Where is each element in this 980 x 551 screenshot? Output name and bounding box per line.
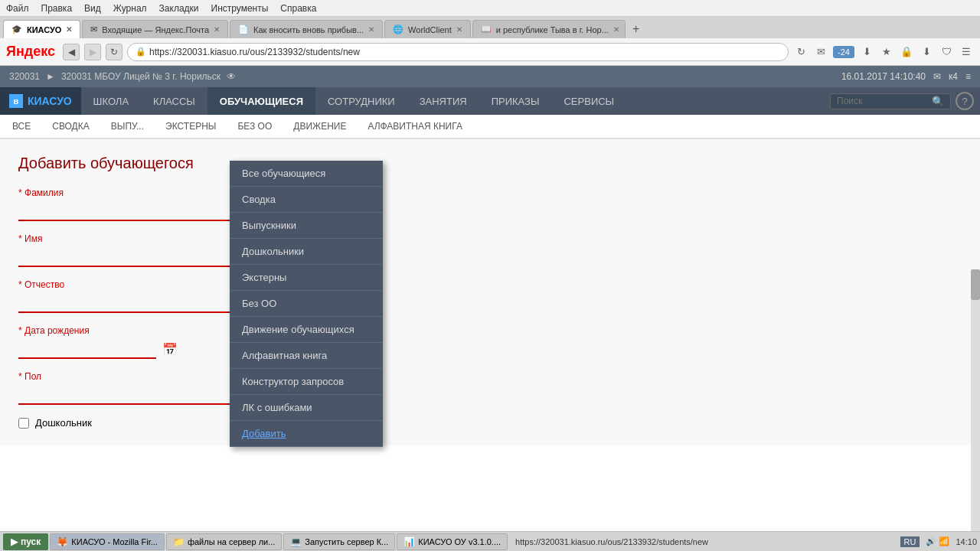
menu-tools[interactable]: Инструменты [211, 3, 269, 14]
help-button[interactable]: ? [956, 92, 974, 110]
input-name[interactable] [18, 247, 248, 267]
forward-button[interactable]: ▶ [84, 44, 101, 60]
taskbar-kiasuo-ou[interactable]: 📊 КИАСУО ОУ v3.1.0.... [397, 533, 508, 550]
mail-icon[interactable]: ✉ [813, 44, 828, 60]
dropdown-lk-errors[interactable]: ЛК с ошибками [230, 395, 383, 421]
scrollbar-thumb [971, 269, 980, 300]
taskbar-files[interactable]: 📁 файлы на сервер ли... [166, 533, 282, 550]
dropdown-constructor[interactable]: Конструктор запросов [230, 369, 383, 395]
preschool-checkbox[interactable] [18, 418, 29, 429]
weather-badge: -24 [833, 46, 854, 58]
lock2-icon[interactable]: 🔒 [899, 44, 914, 60]
tab-worldclient[interactable]: 🌐 WorldClient ✕ [384, 20, 471, 38]
menu-file[interactable]: Файл [6, 3, 29, 14]
menu-journal[interactable]: Журнал [113, 3, 147, 14]
dropdown-all-students[interactable]: Все обучающиеся [230, 161, 383, 187]
mail-notify-icon[interactable]: ✉ [933, 71, 941, 82]
tab-mail-label: Входящие — Яндекс.Почта [102, 25, 209, 34]
eye-icon[interactable]: 👁 [227, 71, 236, 82]
menu-view[interactable]: Вид [84, 3, 101, 14]
tab-republic[interactable]: 📖 и республике Тыва в г. Нор... ✕ [472, 20, 626, 38]
url-bar[interactable]: 🔒 https://320031.kiasuo.ru/ous/2133932/s… [127, 43, 789, 61]
dropdown-summary[interactable]: Сводка [230, 187, 383, 213]
input-surname[interactable] [18, 201, 248, 221]
dropdown-nooo[interactable]: Без ОО [230, 291, 383, 317]
back-button[interactable]: ◀ [63, 44, 80, 60]
subnav-movement[interactable]: ДВИЖЕНИЕ [290, 115, 349, 138]
menu-edit[interactable]: Правка [41, 3, 73, 14]
preschool-checkbox-row: Дошкольник [18, 417, 962, 429]
nav-staff[interactable]: СОТРУДНИКИ [315, 87, 407, 115]
form-area: Добавить обучающегося * Фамилия * Имя * … [0, 139, 980, 445]
tab-kiasuo-close[interactable]: ✕ [66, 25, 72, 34]
app-bar-right: 16.01.2017 14:10:40 ✉ к4 ≡ [841, 71, 971, 82]
tab-yandex-mail[interactable]: ✉ Входящие — Яндекс.Почта ✕ [82, 20, 228, 38]
dropdown-extern[interactable]: Экстерны [230, 265, 383, 291]
status-bar: ▶ пуск 🦊 КИАСУО - Mozilla Fir... 📁 файлы… [0, 531, 980, 551]
nav-classes[interactable]: КЛАССЫ [141, 87, 207, 115]
taskbar-server[interactable]: 💻 Запустить сервер К... [283, 533, 395, 550]
brand-label: КИАСУО [28, 95, 72, 107]
dropdown-graduates[interactable]: Выпускники [230, 213, 383, 239]
reload-button[interactable]: ↻ [106, 44, 122, 60]
main-nav: в КИАСУО ШКОЛА КЛАССЫ ОБУЧАЮЩИЕСЯ СОТРУД… [0, 87, 980, 115]
dropdown-add-link[interactable]: Добавить [230, 421, 383, 447]
address-bar: Яндекс ◀ ▶ ↻ 🔒 https://320031.kiasuo.ru/… [0, 38, 980, 66]
star-icon[interactable]: ★ [879, 44, 894, 60]
subnav-nooo[interactable]: БЕЗ ОО [234, 115, 275, 138]
nav-orders[interactable]: ПРИКАЗЫ [479, 87, 552, 115]
tab-world-close[interactable]: ✕ [456, 25, 462, 34]
dropdown-alphabet[interactable]: Алфавитная книга [230, 343, 383, 369]
search-input-wrap[interactable]: 🔍 [830, 93, 951, 109]
dropdown-preschool[interactable]: Дошкольники [230, 239, 383, 265]
search-input[interactable] [837, 96, 929, 106]
subnav-alphabet[interactable]: АЛФАВИТНАЯ КНИГА [364, 115, 465, 138]
taskbar-firefox[interactable]: 🦊 КИАСУО - Mozilla Fir... [50, 533, 165, 550]
subnav-graduates[interactable]: ВЫПУ... [108, 115, 147, 138]
tab-howto-close[interactable]: ✕ [368, 25, 374, 34]
dropdown-movement[interactable]: Движение обучающихся [230, 317, 383, 343]
label-name: * Имя [18, 233, 962, 244]
subnav-all[interactable]: ВСЕ [9, 115, 34, 138]
hamburger-icon[interactable]: ☰ [959, 44, 974, 60]
org-name[interactable]: 320031 МБОУ Лицей № 3 г. Норильск [61, 71, 220, 82]
preschool-label: Дошкольник [35, 417, 92, 429]
kiasuo-brand[interactable]: в КИАСУО [0, 87, 81, 115]
tab-republic-close[interactable]: ✕ [613, 25, 619, 34]
subnav-summary[interactable]: СВОДКА [49, 115, 92, 138]
tab-howto[interactable]: 📄 Как вносить вновь прибыв... ✕ [230, 20, 383, 38]
shield-icon[interactable]: 🛡 [939, 44, 954, 60]
gender-select-row: ▼ [18, 385, 248, 405]
nav-school[interactable]: ШКОЛА [81, 87, 142, 115]
menu-help[interactable]: Справка [280, 3, 316, 14]
tab-world-label: WorldClient [408, 25, 452, 34]
refresh-icon[interactable]: ↻ [793, 44, 808, 60]
calendar-icon[interactable]: 📅 [162, 342, 178, 357]
app-menu-icon[interactable]: ≡ [965, 71, 971, 82]
subnav-extern[interactable]: ЭКСТЕРНЫ [162, 115, 219, 138]
tab-howto-icon: 📄 [238, 24, 249, 34]
download-icon[interactable]: ⬇ [859, 44, 874, 60]
new-tab-button[interactable]: + [627, 20, 645, 38]
nav-lessons[interactable]: ЗАНЯТИЯ [407, 87, 479, 115]
start-button[interactable]: ▶ пуск [3, 533, 48, 550]
tab-kiasuo[interactable]: 🎓 КИАСУО ✕ [3, 20, 80, 38]
main-content: Добавить обучающегося * Фамилия * Имя * … [0, 139, 980, 445]
input-patronymic[interactable] [18, 293, 248, 313]
menu-bookmarks[interactable]: Закладки [159, 3, 199, 14]
nav-students[interactable]: ОБУЧАЮЩИЕСЯ [207, 87, 315, 115]
org-code[interactable]: 320031 [9, 71, 40, 82]
field-patronymic: * Отчество [18, 279, 962, 313]
right-scrollbar[interactable] [971, 269, 980, 551]
nav-services[interactable]: СЕРВИСЫ [551, 87, 626, 115]
nav-items: ШКОЛА КЛАССЫ ОБУЧАЮЩИЕСЯ СОТРУДНИКИ ЗАНЯ… [81, 87, 824, 115]
download2-icon[interactable]: ⬇ [919, 44, 934, 60]
tab-mail-close[interactable]: ✕ [214, 25, 220, 34]
tab-mail-icon: ✉ [90, 24, 97, 34]
input-birthdate[interactable] [18, 339, 156, 359]
url-text: https://320031.kiasuo.ru/ous/2133932/stu… [149, 47, 780, 57]
gender-select[interactable] [18, 385, 248, 405]
status-url: https://320031.kiasuo.ru/ous/2133932/stu… [509, 537, 714, 546]
field-birthdate: * Дата рождения 📅 [18, 325, 962, 359]
tab-republic-icon: 📖 [481, 24, 492, 34]
